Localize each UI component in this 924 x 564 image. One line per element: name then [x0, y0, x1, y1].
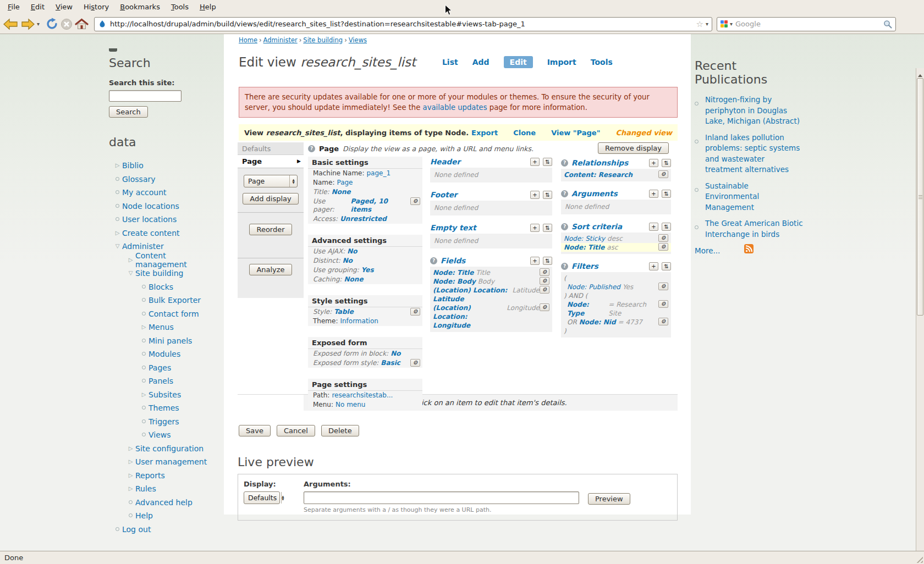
sidebar-link-panels[interactable]: Panels	[148, 377, 173, 385]
preview-display-select[interactable]: Defaults▲▼	[244, 491, 280, 504]
gear-icon[interactable]: ⚙	[540, 277, 549, 285]
sidebar-item-site-configuration[interactable]: ▷Site configuration	[109, 442, 211, 456]
sidebar-item-node-locations[interactable]: Node locations	[109, 200, 211, 213]
gear-icon[interactable]: ⚙	[410, 359, 420, 367]
sidebar-item-blocks[interactable]: Blocks	[109, 280, 211, 294]
publication-item[interactable]: Inland lakes pollution problems: septic …	[695, 132, 805, 175]
menubar-item-tools[interactable]: Tools	[166, 0, 194, 14]
help-icon[interactable]: ?	[561, 263, 568, 270]
add-item-icon[interactable]: +	[530, 158, 540, 166]
breadcrumb-link-home[interactable]: Home	[239, 36, 257, 44]
action-button-cancel[interactable]: Cancel	[277, 425, 315, 436]
help-icon[interactable]: ?	[561, 223, 568, 230]
magnifier-icon[interactable]	[883, 20, 892, 29]
help-icon[interactable]: ?	[561, 190, 568, 197]
sidebar-link-user-management[interactable]: User management	[135, 457, 207, 466]
views-box-title-relationships[interactable]: Relationships	[571, 158, 628, 167]
menubar-item-file[interactable]: File	[2, 0, 25, 14]
sidebar-link-menus[interactable]: Menus	[148, 323, 174, 331]
rearrange-items-icon[interactable]: ⇅	[662, 262, 671, 270]
gear-icon[interactable]: ⚙	[540, 286, 549, 294]
setting-value-link[interactable]: None	[344, 275, 364, 284]
remove-display-button[interactable]: Remove display	[598, 142, 669, 154]
gear-icon[interactable]: ⚙	[658, 283, 668, 290]
web-search-input[interactable]	[735, 20, 883, 28]
views-item-link[interactable]: Node: Body	[433, 277, 476, 286]
publication-link-the-great-american-biotic-inte[interactable]: The Great American Biotic Interchange in…	[705, 218, 803, 240]
sidebar-item-bulk-exporter[interactable]: Bulk Exporter	[109, 294, 211, 307]
sidebar-link-site-configuration[interactable]: Site configuration	[135, 444, 204, 453]
reload-button[interactable]	[46, 16, 58, 32]
sidebar-item-themes[interactable]: Themes	[109, 401, 211, 415]
views-item-link[interactable]: Node: Type	[567, 300, 606, 318]
views-box-title-sort-criteria[interactable]: Sort criteria	[571, 222, 622, 231]
setting-value-link[interactable]: Table	[334, 308, 354, 316]
publication-item[interactable]: Sustainable Environmental Management	[695, 181, 805, 213]
views-box-title-filters[interactable]: Filters	[571, 262, 598, 270]
publication-item[interactable]: Nitrogen-fixing by periphyton in Douglas…	[695, 95, 805, 127]
rss-feed-icon[interactable]	[744, 244, 754, 253]
home-button[interactable]	[75, 16, 89, 32]
search-engine-chevron-icon[interactable]: ▾	[730, 21, 733, 27]
sidebar-item-pages[interactable]: Pages	[109, 361, 211, 375]
sidebar-item-advanced-help[interactable]: Advanced help	[109, 496, 211, 510]
menubar-item-help[interactable]: Help	[194, 0, 222, 14]
setting-value-link[interactable]: None	[332, 188, 351, 196]
bookmark-star-icon[interactable]: ☆	[696, 19, 703, 29]
url-input[interactable]	[110, 20, 696, 28]
sidebar-link-mini-panels[interactable]: Mini panels	[148, 336, 192, 345]
forward-button[interactable]	[21, 16, 36, 32]
menubar-item-edit[interactable]: Edit	[25, 0, 50, 14]
setting-value-link[interactable]: No	[343, 257, 353, 265]
gear-icon[interactable]: ⚙	[410, 308, 420, 316]
breadcrumb-link-views[interactable]: Views	[349, 36, 367, 44]
breadcrumb-link-administer[interactable]: Administer	[263, 36, 298, 44]
setting-value-link[interactable]: Yes	[361, 266, 374, 274]
sidebar-link-views[interactable]: Views	[148, 430, 171, 439]
rearrange-items-icon[interactable]: ⇅	[662, 159, 671, 167]
views-box-title-empty-text[interactable]: Empty text	[430, 223, 476, 232]
reorder-button[interactable]: Reorder	[249, 224, 292, 235]
publication-item[interactable]: The Great American Biotic Interchange in…	[695, 218, 805, 240]
back-button[interactable]	[2, 16, 19, 32]
setting-value-link[interactable]: Paged, 10 items	[351, 197, 410, 214]
sidebar-link-content-management[interactable]: Content management	[135, 251, 211, 269]
tab-edit[interactable]: Edit	[504, 56, 533, 68]
history-dropdown-chevron-icon[interactable]: ▾	[37, 21, 43, 27]
tab-tools[interactable]: Tools	[591, 58, 613, 67]
sidebar-link-log-out[interactable]: Log out	[122, 525, 151, 534]
sidebar-item-help[interactable]: Help	[109, 509, 211, 523]
views-item-link[interactable]: Node: Nid	[579, 318, 616, 327]
sidebar-link-themes[interactable]: Themes	[148, 403, 179, 412]
sidebar-link-site-building[interactable]: Site building	[135, 269, 183, 278]
tab-page-display[interactable]: Page▶	[238, 155, 304, 168]
sidebar-link-help[interactable]: Help	[135, 511, 153, 520]
gear-icon[interactable]: ⚙	[540, 303, 549, 311]
add-item-icon[interactable]: +	[530, 191, 540, 199]
add-item-icon[interactable]: +	[649, 223, 658, 231]
sidebar-link-bulk-exporter[interactable]: Bulk Exporter	[148, 296, 201, 305]
breadcrumb-link-site-building[interactable]: Site building	[303, 36, 343, 44]
analyze-button[interactable]: Analyze	[249, 264, 292, 275]
views-item-link[interactable]: Node: Published	[567, 283, 620, 291]
setting-value-link[interactable]: No	[391, 350, 400, 358]
sidebar-link-create-content[interactable]: Create content	[122, 229, 180, 237]
rearrange-items-icon[interactable]: ⇅	[543, 191, 552, 199]
gear-icon[interactable]: ⚙	[658, 243, 668, 251]
scroll-up-button[interactable]	[916, 69, 924, 77]
sidebar-link-biblio[interactable]: Biblio	[122, 161, 144, 170]
site-search-button[interactable]: Search	[109, 106, 148, 118]
rearrange-items-icon[interactable]: ⇅	[662, 223, 671, 231]
gear-icon[interactable]: ⚙	[658, 170, 668, 178]
sidebar-item-views[interactable]: Views	[109, 428, 211, 442]
sidebar-link-reports[interactable]: Reports	[135, 471, 165, 480]
sidebar-item-triggers[interactable]: Triggers	[109, 415, 211, 429]
add-item-icon[interactable]: +	[649, 190, 658, 198]
sidebar-item-log-out[interactable]: Log out	[109, 523, 211, 537]
add-item-icon[interactable]: +	[530, 257, 540, 265]
setting-value-link[interactable]: No	[347, 247, 357, 256]
publication-link-nitrogen-fixing-by-periphyton-[interactable]: Nitrogen-fixing by periphyton in Douglas…	[705, 95, 803, 127]
sidebar-link-subsites[interactable]: Subsites	[148, 390, 181, 399]
sidebar-link-contact-form[interactable]: Contact form	[148, 309, 199, 318]
setting-value-link[interactable]: Information	[340, 317, 378, 325]
